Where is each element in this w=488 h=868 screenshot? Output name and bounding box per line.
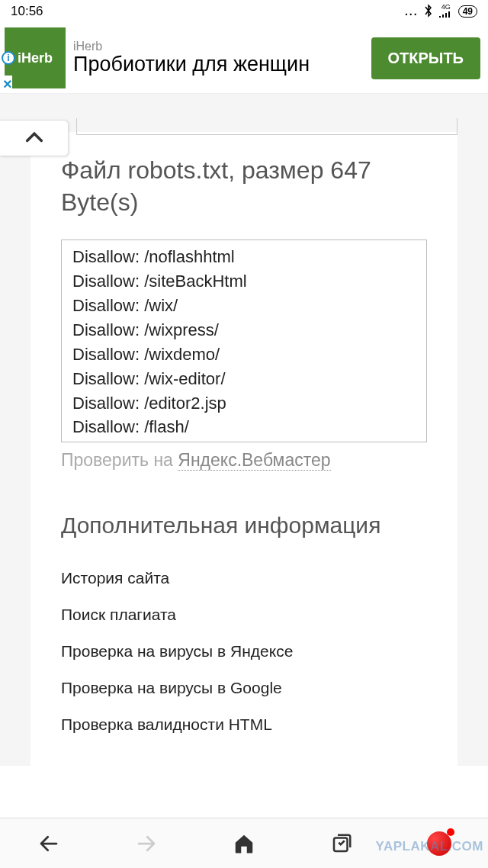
status-indicators: ... 4G 49: [405, 4, 477, 20]
nav-back-button[interactable]: [32, 827, 66, 860]
robots-line: Disallow: /siteBackHtml: [72, 269, 416, 294]
ad-title: Пробиотики для женщин: [73, 53, 364, 76]
arrow-right-icon: [135, 832, 158, 855]
robots-line: Disallow: /wix-editor/: [72, 367, 416, 391]
arrow-left-icon: [37, 832, 60, 855]
watermark: YAPLAKAL.COM: [376, 839, 483, 854]
menu-dots-icon: ...: [405, 5, 419, 18]
collapse-tab[interactable]: [0, 120, 69, 156]
robots-line-partial: Disallow: /flash-templates/: [72, 439, 416, 442]
status-time: 10:56: [11, 4, 43, 19]
nav-forward-button[interactable]: [130, 827, 163, 860]
check-line: Проверить на Яндекс.Вебмастер: [61, 450, 427, 471]
yandex-webmaster-link[interactable]: Яндекс.Вебмастер: [178, 450, 330, 471]
robots-title: Файл robots.txt, размер 647 Byte(s): [61, 155, 427, 218]
info-link-history[interactable]: История сайта: [61, 560, 427, 596]
bluetooth-icon: [423, 4, 434, 20]
network-indicator: 4G: [438, 4, 454, 20]
ad-info-icon[interactable]: i: [2, 51, 15, 65]
home-icon: [233, 832, 255, 855]
page-content: Файл robots.txt, размер 647 Byte(s) Disa…: [0, 94, 488, 766]
nav-tabs-button[interactable]: [325, 827, 358, 860]
robots-content-box[interactable]: Disallow: /noflashhtml Disallow: /siteBa…: [61, 240, 427, 442]
info-link-yandex-virus[interactable]: Проверка на вирусы в Яндексе: [61, 633, 427, 670]
ad-logo: iHerb i ×: [5, 27, 66, 88]
robots-line: Disallow: /noflashhtml: [72, 245, 416, 269]
tabs-icon: [330, 832, 353, 855]
status-bar: 10:56 ... 4G 49: [0, 0, 488, 23]
nav-home-button[interactable]: [227, 827, 261, 860]
robots-line: Disallow: /wixdemo/: [72, 342, 416, 367]
robots-line: Disallow: /wixpress/: [72, 318, 416, 342]
ad-open-button[interactable]: ОТКРЫТЬ: [371, 37, 481, 79]
fragment-border: [76, 118, 458, 135]
ad-banner[interactable]: iHerb i × iHerb Пробиотики для женщин ОТ…: [0, 23, 488, 94]
ad-text: iHerb Пробиотики для женщин: [73, 40, 364, 76]
robots-line: Disallow: /editor2.jsp: [72, 391, 416, 416]
content-card: Файл robots.txt, размер 647 Byte(s) Disa…: [30, 132, 458, 766]
info-link-google-virus[interactable]: Проверка на вирусы в Google: [61, 670, 427, 706]
robots-line: Disallow: /flash/: [72, 415, 416, 439]
ad-brand: iHerb: [73, 40, 364, 53]
battery-indicator: 49: [458, 5, 477, 18]
info-link-plagiarism[interactable]: Поиск плагиата: [61, 596, 427, 633]
chevron-up-icon: [24, 127, 45, 149]
additional-info-title: Дополнительная информация: [61, 513, 427, 538]
ad-close-icon[interactable]: ×: [3, 76, 12, 93]
notification-dot-icon: [447, 828, 454, 836]
robots-line: Disallow: /wix/: [72, 294, 416, 318]
info-link-html-validity[interactable]: Проверка валидности HTML: [61, 706, 427, 743]
info-list: История сайта Поиск плагиата Проверка на…: [61, 560, 427, 743]
